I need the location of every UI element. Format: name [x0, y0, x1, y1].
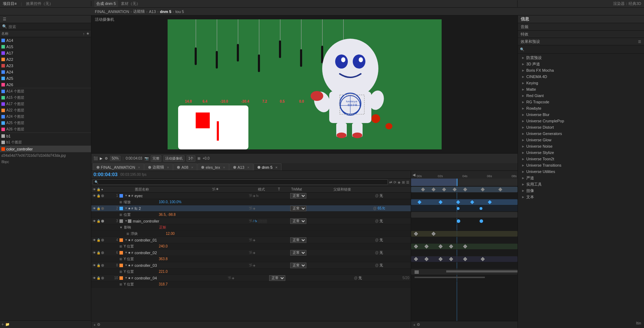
- prop-value-fx[interactable]: 正矩: [159, 225, 166, 230]
- blend-check-2[interactable]: ◈: [253, 207, 255, 210]
- fx-item-3d[interactable]: 3D 声道: [518, 61, 644, 67]
- layer-row-2[interactable]: 👁 🔒 2 ▼ ★ # fc 2 卐: [91, 205, 411, 212]
- prop-value-float[interactable]: 12.00: [166, 232, 175, 236]
- tl-ruler-progress[interactable]: [411, 179, 518, 186]
- prop-value-scale[interactable]: 100.0, 100.0%: [159, 200, 182, 204]
- lock-sw-2[interactable]: 🔒: [97, 207, 100, 210]
- list-item-a25[interactable]: A25: [0, 75, 91, 82]
- lock-sw-6[interactable]: 🔒: [97, 251, 100, 255]
- fx-item-fangzhen[interactable]: 防震预设: [518, 54, 644, 61]
- tl-tab-eles-close[interactable]: ×: [223, 165, 225, 169]
- fx-search-input[interactable]: [526, 47, 642, 52]
- layer-row-8[interactable]: 👁 🔒 8 ▼ ★ # controller_03: [91, 262, 411, 269]
- eye-sw-6[interactable]: 👁: [93, 251, 96, 255]
- mode-select-10[interactable]: 正常: [269, 275, 285, 281]
- expand-arrow-10[interactable]: ▼: [124, 276, 128, 280]
- nav-left-icon[interactable]: ◀: [412, 173, 415, 177]
- camera-count-btn[interactable]: 1个: [187, 155, 196, 162]
- solo-check-8[interactable]: 卐: [249, 263, 252, 268]
- eye-sw-10[interactable]: 👁: [93, 276, 96, 280]
- solo-sw-10[interactable]: [101, 277, 104, 279]
- fx-item-nixiang[interactable]: 扭像: [518, 187, 644, 194]
- tl-right-settings-icon[interactable]: ⚙: [417, 322, 420, 327]
- view-btn[interactable]: 活动摄像机: [163, 155, 184, 162]
- expand-arrow-4[interactable]: ▼: [124, 238, 128, 242]
- fx-item-universe-glow[interactable]: Universe Glow: [518, 137, 644, 143]
- expand-arrow-3[interactable]: ▼: [124, 219, 128, 223]
- fx-item-universe-stylize[interactable]: Universe Stylize: [518, 149, 644, 156]
- solo-sw-2[interactable]: [101, 207, 104, 210]
- fx-item-universe-distort[interactable]: Universe Distort: [518, 124, 644, 130]
- material-tab[interactable]: 素材（无）: [121, 1, 140, 6]
- fx-item-universe-gen[interactable]: Universe Generators: [518, 130, 644, 137]
- layer-mode-1[interactable]: 正常: [284, 193, 312, 199]
- solo-sw-6[interactable]: [101, 251, 104, 254]
- section-fx-expand-icon[interactable]: ☰: [638, 40, 641, 44]
- solo-check-3[interactable]: 卐: [249, 219, 252, 223]
- ram-preview-icon[interactable]: ▶: [100, 156, 103, 160]
- blend-check-1[interactable]: ◈: [253, 194, 255, 198]
- grid-icon[interactable]: ⊞: [197, 156, 200, 160]
- fx-item-universe-trans[interactable]: Universe Transitions: [518, 162, 644, 168]
- list-item-image[interactable]: d34a54d77e06731b5d7d1b68d743da.jpg: [0, 152, 91, 159]
- expand-arrow-2[interactable]: ▼: [124, 207, 128, 210]
- prop-value-ypos4[interactable]: 240.0: [159, 244, 168, 248]
- list-item-a17-folder[interactable]: A17 个图层: [0, 101, 91, 107]
- breadcrumb-item-2[interactable]: 达能猫: [133, 9, 145, 14]
- blend-check-4[interactable]: ◈: [253, 238, 255, 242]
- fx-item-universe-blur[interactable]: Universe Blur: [518, 111, 644, 118]
- mode-select-3[interactable]: 正常: [290, 218, 306, 224]
- list-item-a17[interactable]: A17: [0, 50, 91, 56]
- blend-check-6[interactable]: ◈: [253, 251, 255, 255]
- tl-btn4[interactable]: ⊞: [402, 180, 405, 184]
- fx-item-matte[interactable]: Matte: [518, 86, 644, 92]
- layer-mode-8[interactable]: 正常: [284, 263, 312, 268]
- solo-sw-1[interactable]: [101, 194, 104, 197]
- folder-icon[interactable]: 📁: [5, 322, 9, 326]
- layer-mode-10[interactable]: 正常: [263, 275, 291, 281]
- prop-value-ypos8[interactable]: 221.0: [159, 270, 168, 274]
- list-item-color-controller[interactable]: color_controller: [0, 146, 91, 152]
- solo-sw-8[interactable]: [101, 264, 104, 267]
- breadcrumb-item-5[interactable]: tou 5: [175, 9, 184, 14]
- fx-item-text[interactable]: 文本: [518, 194, 644, 200]
- list-item-fps[interactable]: 8bpc: [0, 159, 91, 165]
- fx-item-universe-util[interactable]: Universe Utilities: [518, 168, 644, 175]
- breadcrumb-item-4[interactable]: dnm 5: [160, 9, 171, 14]
- fx-item-rg-trapcode[interactable]: RG Trapcode: [518, 99, 644, 105]
- mode-select-4[interactable]: 正常: [290, 237, 306, 243]
- lock-sw-1[interactable]: 🔒: [97, 194, 100, 198]
- list-item-a25-folder[interactable]: A25 个图层: [0, 120, 91, 126]
- lock-sw-4[interactable]: 🔒: [97, 238, 100, 242]
- fx-item-universe-toon[interactable]: Universe Toon2t: [518, 156, 644, 162]
- tl-tab-dnm5[interactable]: dnm 5 ×: [254, 163, 281, 171]
- eye-sw-8[interactable]: 👁: [93, 264, 96, 267]
- fx-item-cinema4d[interactable]: CINEMA 4D: [518, 73, 644, 80]
- tl-add-icon[interactable]: +: [93, 323, 96, 327]
- list-item-a15-folder[interactable]: A15 个图层: [0, 95, 91, 101]
- list-item-a24-folder[interactable]: A24 个图层: [0, 114, 91, 120]
- star-icon[interactable]: ★: [86, 31, 90, 36]
- solo-check-6[interactable]: 卐: [249, 250, 252, 255]
- mode-select-1[interactable]: 正常: [290, 193, 306, 199]
- tl-tab-eles[interactable]: eles_tex ×: [197, 163, 229, 171]
- tl-tab-final[interactable]: FINAL_ANIMATION ×: [93, 163, 144, 171]
- list-item-a14[interactable]: A14: [0, 37, 91, 44]
- sort-icon[interactable]: ↑: [83, 32, 85, 36]
- current-time-value[interactable]: 0:00:04:03: [93, 172, 118, 177]
- fx-item-keying[interactable]: Keying: [518, 80, 644, 86]
- list-item-b1-folder[interactable]: b1 个图层: [0, 139, 91, 146]
- layer-mode-2[interactable]: 正常: [284, 206, 312, 211]
- layer-mode-3[interactable]: 正常: [284, 218, 312, 224]
- lock-sw-8[interactable]: 🔒: [97, 264, 100, 267]
- preview-settings-icon[interactable]: ⚙: [105, 156, 108, 160]
- expand-arrow-1[interactable]: ▼: [124, 194, 128, 198]
- fx-check-1[interactable]: fx: [256, 194, 259, 198]
- blend-check-10[interactable]: ◈: [232, 276, 234, 280]
- tl-tab-danengmao[interactable]: 达能猫 ×: [144, 163, 173, 171]
- fx-item-universe-noise[interactable]: Universe Noise: [518, 143, 644, 149]
- prop-value-ypos6[interactable]: 363.8: [159, 257, 168, 261]
- tl-btn5[interactable]: ☰: [406, 180, 409, 184]
- fx-item-yandao[interactable]: 严道: [518, 175, 644, 181]
- mode-select-2[interactable]: 正常: [290, 206, 306, 211]
